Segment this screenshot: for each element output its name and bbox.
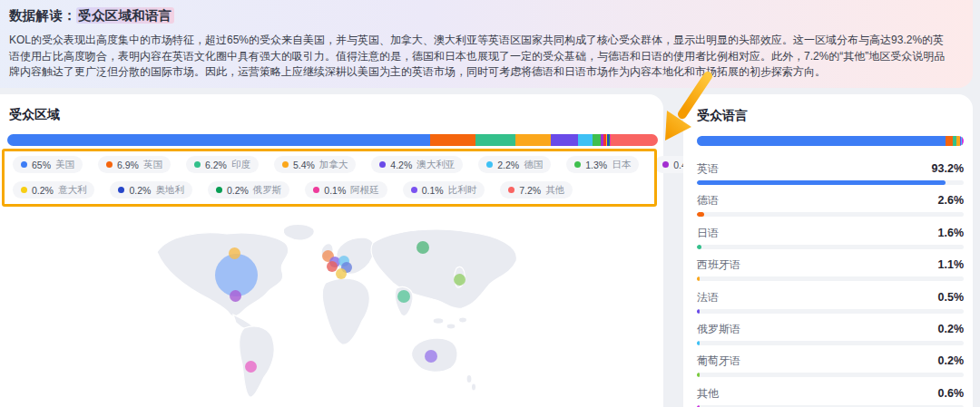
language-value: 0.2% (938, 354, 965, 367)
banner-title: 数据解读：受众区域和语言 (9, 7, 949, 24)
language-bar-track (697, 276, 964, 281)
language-row: 其他 0.6% (697, 386, 964, 407)
language-row: 西班牙语 1.1% (697, 257, 964, 289)
map-country-dot (454, 274, 466, 286)
language-bar-track (697, 373, 964, 377)
language-label: 法语 (697, 290, 719, 305)
banner-title-highlight: 受众区域和语言 (76, 7, 174, 24)
language-value: 0.6% (938, 387, 965, 400)
legend-percent: 4.2% (390, 160, 412, 170)
legend-percent: 6.9% (117, 160, 139, 170)
legend-item[interactable]: 0.2% 意大利 (13, 181, 94, 199)
legend-color-dot-icon (313, 187, 319, 193)
language-label: 葡萄牙语 (697, 354, 740, 369)
legend-color-dot-icon (118, 187, 124, 193)
region-bar-segment (611, 134, 658, 146)
language-row: 法语 0.5% (697, 290, 964, 322)
legend-percent: 7.2% (519, 185, 541, 196)
legend-item[interactable]: 4.2% 澳大利亚 (371, 156, 463, 173)
legend-percent: 5.4% (293, 160, 315, 170)
language-bar-track (697, 180, 964, 185)
language-row: 德语 2.6% (697, 193, 964, 225)
language-panel-title: 受众语言 (697, 108, 748, 124)
legend-color-dot-icon (216, 187, 222, 193)
legend-country: 奥地利 (155, 184, 184, 197)
legend-country: 印度 (231, 159, 250, 171)
legend-country: 其他 (545, 184, 564, 197)
language-bar-fill (697, 245, 701, 249)
legend-country: 英国 (143, 159, 162, 171)
legend-item[interactable]: 65% 美国 (13, 156, 83, 173)
legend-item[interactable]: 7.2% 其他 (500, 181, 573, 199)
legend-color-dot-icon (282, 161, 289, 168)
legend-color-dot-icon (411, 187, 417, 193)
map-country-dot (425, 350, 437, 363)
legend-item[interactable]: 0.1% 阿根廷 (305, 181, 387, 199)
language-label: 西班牙语 (697, 257, 740, 273)
legend-percent: 0.2% (32, 185, 54, 196)
legend-percent: 0.2% (129, 185, 151, 196)
language-label: 俄罗斯语 (697, 322, 740, 337)
language-stacked-bar (697, 136, 964, 146)
language-label: 英语 (697, 161, 719, 177)
language-bar-fill (697, 341, 700, 345)
language-value: 0.5% (938, 291, 965, 304)
region-stacked-bar (7, 134, 658, 146)
language-label: 德语 (697, 193, 719, 208)
map-country-dot (336, 268, 347, 279)
region-bar-segment (475, 134, 515, 146)
legend-item[interactable]: 5.4% 加拿大 (274, 156, 356, 173)
legend-item[interactable]: 6.9% 英国 (98, 156, 171, 173)
language-value: 1.1% (938, 258, 965, 271)
legend-item[interactable]: 0.1% 比利时 (403, 181, 485, 199)
legend-item[interactable]: 2.2% 德国 (478, 156, 551, 173)
language-row: 葡萄牙语 0.2% (697, 354, 964, 385)
language-bar-segment (962, 136, 964, 146)
audience-region-panel: 受众区域 65% 美国 6.9% 英国 6.2% 印度 (0, 94, 663, 407)
legend-item[interactable]: 0.2% 奥地利 (110, 181, 191, 199)
language-bar-track (697, 212, 964, 217)
language-bar-track (697, 341, 964, 345)
legend-country: 阿根廷 (350, 184, 379, 197)
language-bar-fill (697, 276, 700, 281)
legend-country: 意大利 (58, 184, 87, 197)
legend-percent: 0.1% (324, 185, 346, 196)
language-bar-fill (697, 212, 704, 217)
insight-banner: 数据解读：受众区域和语言 KOL的受众表现出高度集中的市场特征，超过65%的受众… (0, 0, 973, 88)
language-value: 93.2% (932, 162, 964, 175)
legend-color-dot-icon (574, 161, 581, 168)
language-label: 其他 (697, 386, 719, 402)
map-country-dot (416, 241, 429, 254)
region-bar-segment (430, 134, 475, 146)
legend-country: 美国 (55, 159, 74, 171)
banner-body-text: KOL的受众表现出高度集中的市场特征，超过65%的受众来自美国，并与英国、加拿大… (9, 33, 953, 81)
legend-percent: 0.1% (422, 185, 444, 196)
language-value: 2.6% (938, 194, 965, 207)
language-bar-track (697, 245, 964, 249)
legend-percent: 2.2% (497, 160, 519, 170)
map-country-dot (245, 361, 257, 373)
language-row: 英语 93.2% (697, 161, 964, 193)
legend-percent: 6.2% (205, 160, 227, 170)
legend-color-dot-icon (662, 161, 669, 168)
region-bar-segment (578, 134, 593, 146)
world-map-continents (132, 225, 558, 407)
language-row: 日语 1.6% (697, 226, 964, 257)
legend-item[interactable]: 6.2% 印度 (186, 156, 259, 173)
legend-country: 俄罗斯 (253, 184, 282, 197)
legend-color-dot-icon (106, 161, 113, 168)
region-bar-segment (551, 134, 578, 146)
legend-item[interactable]: 0.2% 俄罗斯 (208, 181, 289, 199)
legend-country: 德国 (524, 159, 543, 171)
language-bar-segment (946, 136, 953, 146)
language-value: 0.2% (938, 323, 965, 335)
language-bar-track (697, 309, 964, 314)
map-country-dot (229, 247, 240, 259)
region-panel-title: 受众区域 (9, 107, 60, 123)
region-bar-segment (515, 134, 551, 146)
language-bar-fill (697, 180, 946, 185)
legend-percent: 0.2% (227, 185, 249, 196)
audience-language-panel: 受众语言 英语 93.2% 德语 2.6% (683, 94, 973, 407)
language-list: 英语 93.2% 德语 2.6% 日语 (697, 161, 964, 407)
legend-item[interactable]: 1.3% 日本 (566, 156, 639, 173)
